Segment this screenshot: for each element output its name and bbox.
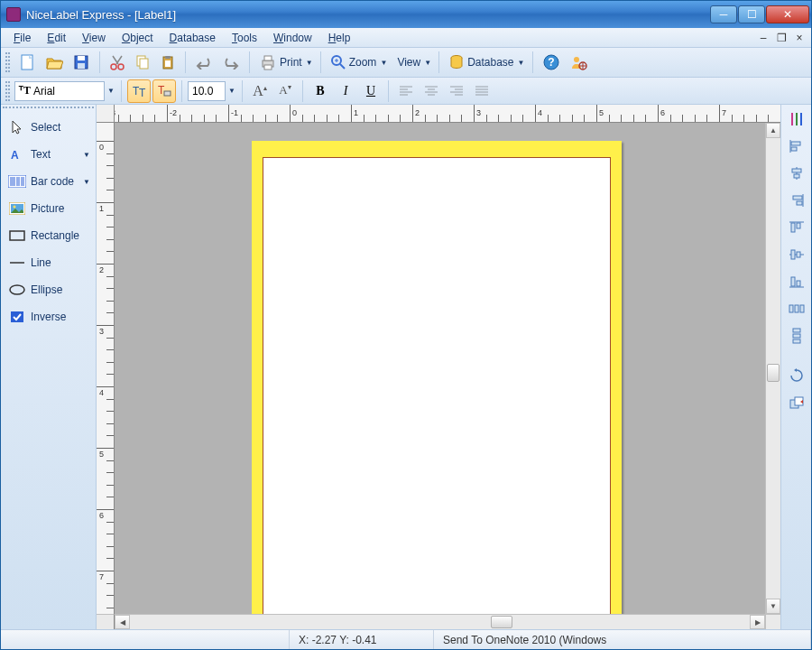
align-left-button[interactable] <box>394 79 418 103</box>
svg-rect-41 <box>791 147 797 151</box>
print-button[interactable]: Print▼ <box>255 51 315 74</box>
manage-button[interactable] <box>566 51 591 74</box>
menu-view[interactable]: View <box>75 30 113 46</box>
mdi-close-button[interactable]: × <box>793 32 806 44</box>
toolbox-grip[interactable] <box>3 107 94 111</box>
svg-rect-2 <box>78 56 85 60</box>
redo-button[interactable] <box>218 51 244 74</box>
svg-point-34 <box>10 285 24 294</box>
align-bottom-button[interactable] <box>786 271 807 292</box>
menu-database[interactable]: Database <box>162 30 223 46</box>
underline-button[interactable]: U <box>359 79 383 103</box>
tool-picture[interactable]: Picture <box>3 196 94 221</box>
save-button[interactable] <box>69 51 94 74</box>
font-selector[interactable]: ᵀTArial <box>14 81 105 101</box>
horizontal-scrollbar[interactable]: ◀ ▶ <box>115 614 780 629</box>
menu-object[interactable]: Object <box>115 30 161 46</box>
font-dropdown[interactable]: ▼ <box>106 79 115 103</box>
vertical-scrollbar[interactable]: ▲ ▼ <box>765 123 780 614</box>
variables-icon[interactable] <box>786 108 807 130</box>
open-button[interactable] <box>42 51 67 74</box>
maximize-button[interactable]: ☐ <box>738 5 765 23</box>
svg-rect-50 <box>797 223 800 228</box>
svg-line-15 <box>340 64 345 69</box>
copy-button[interactable] <box>131 51 154 74</box>
minimize-button[interactable]: ─ <box>710 5 737 23</box>
zoom-dropdown[interactable]: ▼ <box>379 51 388 74</box>
tool-picture-label: Picture <box>31 202 64 215</box>
help-button[interactable]: ? <box>539 51 564 74</box>
status-printer: Send To OneNote 2010 (Windows <box>434 630 811 649</box>
print-label: Print <box>280 56 302 69</box>
view-dropdown[interactable]: ▼ <box>423 51 432 74</box>
cut-button[interactable] <box>106 51 129 74</box>
zoom-button[interactable]: Zoom▼ <box>327 51 390 74</box>
rotate-button[interactable] <box>786 365 807 386</box>
tool-barcode-dropdown[interactable]: ▼ <box>83 178 90 186</box>
arrange-button[interactable] <box>786 392 807 413</box>
tool-rectangle[interactable]: Rectangle <box>3 223 94 248</box>
svg-text:A: A <box>11 149 19 162</box>
grow-font-button[interactable]: A▴ <box>248 79 272 103</box>
undo-button[interactable] <box>191 51 217 74</box>
new-button[interactable] <box>14 51 40 74</box>
toolbar-grip[interactable] <box>5 52 10 72</box>
menu-file[interactable]: File <box>6 30 38 46</box>
svg-point-5 <box>118 64 124 70</box>
shrink-font-button[interactable]: A▾ <box>273 79 297 103</box>
tool-barcode[interactable]: Bar code▼ <box>3 169 94 194</box>
scroll-left-button[interactable]: ◀ <box>115 615 130 629</box>
align-top-button[interactable] <box>786 217 807 238</box>
ruler-corner[interactable] <box>97 105 115 123</box>
mdi-minimize-button[interactable]: – <box>757 32 770 44</box>
canvas[interactable] <box>115 123 765 614</box>
svg-rect-35 <box>11 311 23 322</box>
align-right-button[interactable] <box>445 79 468 103</box>
font-size-selector[interactable]: 10.0 <box>188 81 226 101</box>
tool-ellipse[interactable]: Ellipse <box>3 277 94 302</box>
svg-rect-57 <box>789 305 793 312</box>
align-middle-v-button[interactable] <box>786 244 807 265</box>
label-page[interactable] <box>252 141 622 614</box>
tool-line[interactable]: Line <box>3 250 94 275</box>
distribute-h-button[interactable] <box>786 298 807 320</box>
view-button[interactable]: View▼ <box>391 51 433 74</box>
align-justify-button[interactable] <box>470 79 494 103</box>
svg-rect-62 <box>793 339 800 343</box>
scroll-down-button[interactable]: ▼ <box>766 599 780 614</box>
align-center-h-button[interactable] <box>786 162 807 184</box>
database-dropdown[interactable]: ▼ <box>517 51 526 74</box>
bold-button[interactable]: B <box>309 79 332 103</box>
paste-button[interactable] <box>156 51 180 74</box>
font-size-dropdown[interactable]: ▼ <box>227 79 236 103</box>
menu-help[interactable]: Help <box>321 30 358 46</box>
tool-text[interactable]: AText▼ <box>3 142 94 167</box>
toolbar-grip[interactable] <box>5 81 10 101</box>
close-button[interactable]: ✕ <box>766 5 809 23</box>
menu-window[interactable]: Window <box>266 30 319 46</box>
menu-tools[interactable]: Tools <box>225 30 264 46</box>
scroll-right-button[interactable]: ▶ <box>750 615 765 629</box>
svg-rect-60 <box>793 329 800 332</box>
italic-button[interactable]: I <box>334 79 357 103</box>
toolbox: Select AText▼ Bar code▼ Picture Rectangl… <box>1 105 97 629</box>
horizontal-ruler[interactable] <box>115 105 780 123</box>
align-center-button[interactable] <box>420 79 443 103</box>
distribute-v-button[interactable] <box>786 325 807 347</box>
vertical-ruler[interactable] <box>97 123 115 614</box>
mdi-restore-button[interactable]: ❐ <box>775 32 788 44</box>
print-dropdown[interactable]: ▼ <box>305 51 314 74</box>
vscroll-thumb[interactable] <box>767 364 780 382</box>
tool-select[interactable]: Select <box>3 115 94 140</box>
tool-barcode-label: Bar code <box>31 175 74 188</box>
screen-font-button[interactable]: TT <box>127 79 151 103</box>
menu-edit[interactable]: Edit <box>40 30 73 46</box>
printer-font-button[interactable]: T <box>152 79 176 103</box>
scroll-up-button[interactable]: ▲ <box>766 123 780 138</box>
tool-text-dropdown[interactable]: ▼ <box>83 151 90 159</box>
align-right-obj-button[interactable] <box>786 190 807 211</box>
hscroll-thumb[interactable] <box>491 616 512 628</box>
database-button[interactable]: Database▼ <box>445 51 526 74</box>
align-left-obj-button[interactable] <box>786 135 807 157</box>
tool-inverse[interactable]: Inverse <box>3 304 94 330</box>
